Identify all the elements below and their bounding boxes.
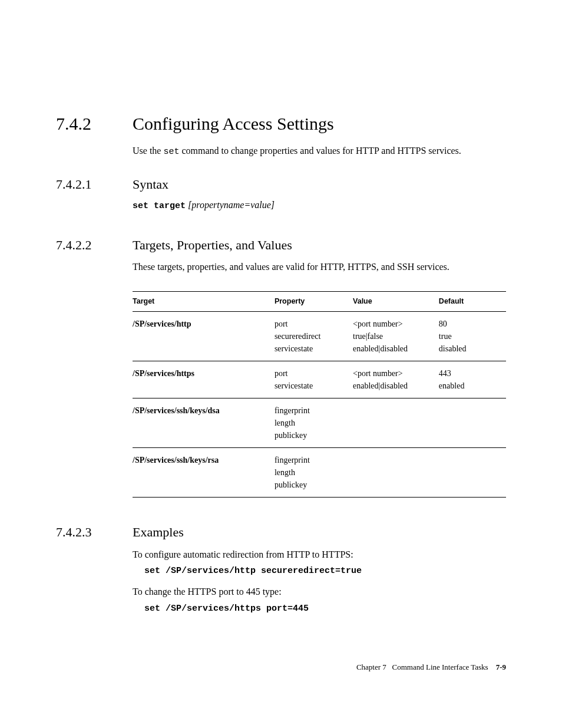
col-property: Property bbox=[275, 291, 353, 311]
intro-block: Use the set command to change properties… bbox=[133, 144, 506, 158]
cell-property: fingerprintlengthpublickey bbox=[275, 447, 353, 497]
cell-default bbox=[439, 398, 506, 447]
syntax-command: set target bbox=[133, 201, 186, 211]
heading-title: Targets, Properties, and Values bbox=[133, 236, 292, 254]
heading-number: 7.4.2.1 bbox=[56, 176, 133, 193]
col-default: Default bbox=[439, 291, 506, 311]
heading-number: 7.4.2.3 bbox=[56, 523, 133, 541]
heading-number: 7.4.2 bbox=[56, 112, 133, 136]
heading-title: Syntax bbox=[133, 176, 168, 193]
table-row: /SP/services/http portsecureredirectserv… bbox=[133, 311, 506, 361]
cell-value: <port number>true|falseenabled|disabled bbox=[353, 311, 439, 361]
heading-title: Configuring Access Settings bbox=[133, 112, 334, 136]
tpv-block: These targets, properties, and values ar… bbox=[133, 261, 506, 497]
heading-7-4-2-2: 7.4.2.2 Targets, Properties, and Values bbox=[56, 236, 506, 254]
footer-title: Command Line Interface Tasks bbox=[392, 663, 488, 671]
col-value: Value bbox=[353, 291, 439, 311]
syntax-block: set target [propertyname=value] bbox=[133, 199, 506, 212]
example-code: set /SP/services/http secureredirect=tru… bbox=[144, 565, 506, 577]
heading-title: Examples bbox=[133, 523, 184, 541]
table-row: /SP/services/https portservicestate <por… bbox=[133, 361, 506, 398]
col-target: Target bbox=[133, 291, 275, 311]
example-text: To change the HTTPS port to 445 type: bbox=[133, 585, 506, 598]
cell-property: portservicestate bbox=[275, 361, 353, 398]
intro-paragraph: Use the set command to change properties… bbox=[133, 144, 506, 158]
text: Use the bbox=[133, 146, 163, 156]
heading-7-4-2: 7.4.2 Configuring Access Settings bbox=[56, 112, 506, 136]
table-row: /SP/services/ssh/keys/rsa fingerprintlen… bbox=[133, 447, 506, 497]
syntax-line: set target [propertyname=value] bbox=[133, 199, 506, 212]
footer-page: 7-9 bbox=[496, 663, 506, 671]
example-text: To configure automatic redirection from … bbox=[133, 548, 506, 561]
cell-value bbox=[353, 447, 439, 497]
cell-target: /SP/services/http bbox=[133, 311, 275, 361]
page-footer: Chapter 7 Command Line Interface Tasks 7… bbox=[356, 662, 506, 673]
syntax-args: [propertyname=value] bbox=[186, 200, 275, 210]
examples-block: To configure automatic redirection from … bbox=[133, 548, 506, 615]
page-content: 7.4.2 Configuring Access Settings Use th… bbox=[0, 0, 562, 615]
heading-7-4-2-3: 7.4.2.3 Examples bbox=[56, 523, 506, 541]
cell-property: fingerprintlengthpublickey bbox=[275, 398, 353, 447]
cell-target: /SP/services/ssh/keys/dsa bbox=[133, 398, 275, 447]
cell-target: /SP/services/ssh/keys/rsa bbox=[133, 447, 275, 497]
cell-default bbox=[439, 447, 506, 497]
footer-chapter: Chapter 7 bbox=[356, 663, 386, 671]
cell-default: 443enabled bbox=[439, 361, 506, 398]
cell-target: /SP/services/https bbox=[133, 361, 275, 398]
table-row: /SP/services/ssh/keys/dsa fingerprintlen… bbox=[133, 398, 506, 447]
table-header-row: Target Property Value Default bbox=[133, 291, 506, 311]
example-code: set /SP/services/https port=445 bbox=[144, 603, 506, 615]
cell-value bbox=[353, 398, 439, 447]
tpv-intro: These targets, properties, and values ar… bbox=[133, 261, 506, 274]
heading-number: 7.4.2.2 bbox=[56, 236, 133, 254]
heading-7-4-2-1: 7.4.2.1 Syntax bbox=[56, 176, 506, 193]
cell-value: <port number>enabled|disabled bbox=[353, 361, 439, 398]
text: command to change properties and values … bbox=[179, 146, 461, 156]
cell-default: 80truedisabled bbox=[439, 311, 506, 361]
properties-table: Target Property Value Default /SP/servic… bbox=[133, 291, 506, 498]
inline-code: set bbox=[163, 147, 179, 157]
cell-property: portsecureredirectservicestate bbox=[275, 311, 353, 361]
